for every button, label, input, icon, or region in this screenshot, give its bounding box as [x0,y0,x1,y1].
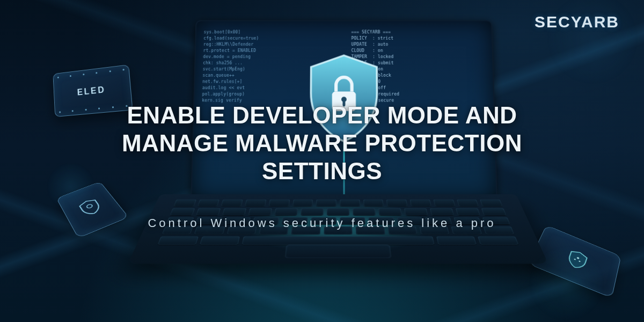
hero-banner: SECYARB ELED sys.boot[0x00] cfg.load(sec… [0,0,644,322]
light-beam [343,123,345,201]
trackpad [284,245,391,258]
svg-point-0 [86,204,93,209]
floating-chip-bottom-left [56,181,129,238]
code-column-right: === SECYARB === POLICY : strict UPDATE :… [344,21,496,200]
shield-icon [77,197,105,218]
floating-chip-eled: ELED [53,64,133,117]
laptop-screen: sys.boot[0x00] cfg.load(secure=true) reg… [191,20,497,201]
brand-wordmark: SECYARB [535,13,619,31]
chip-eled-label: ELED [77,85,106,97]
laptop-illustration: sys.boot[0x00] cfg.load(secure=true) reg… [157,20,519,308]
code-column-left: sys.boot[0x00] cfg.load(secure=true) reg… [192,21,344,200]
shield-dotted-icon [565,248,590,272]
laptop-keyboard [128,194,548,264]
